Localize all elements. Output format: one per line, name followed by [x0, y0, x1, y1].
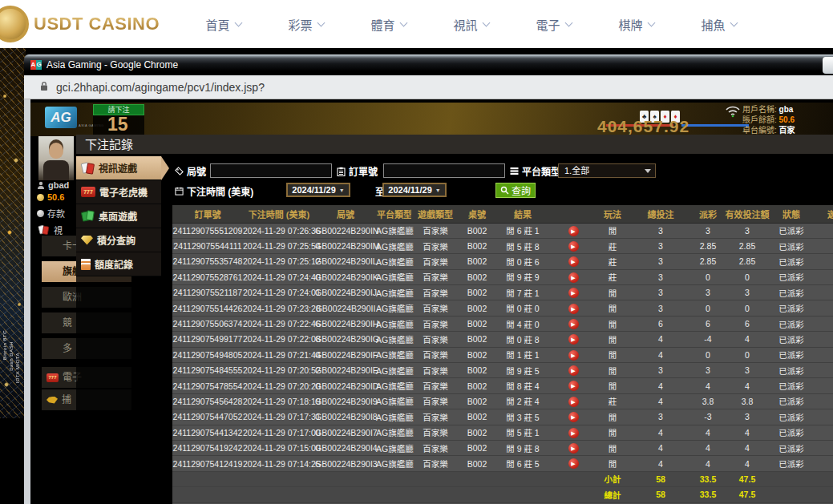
- cell-time: 2024-11-29 07:23:28: [243, 300, 315, 316]
- cell-total-bet: 3: [629, 300, 692, 316]
- nav-item-2[interactable]: 體育: [347, 16, 430, 33]
- window-titlebar[interactable]: AG Asia Gaming - Google Chrome: [24, 54, 833, 75]
- replay-button[interactable]: ▶: [568, 334, 579, 345]
- cell-result: 閒 0 莊 0: [495, 300, 551, 316]
- table-row: 2411290755287612024-11-29 07:24:40GB0022…: [172, 269, 833, 284]
- replay-button[interactable]: ▶: [568, 443, 579, 454]
- modal-menu-item-3[interactable]: 積分查詢: [76, 228, 161, 252]
- cell-platform: AG旗艦廳: [376, 456, 411, 471]
- cell-platform: AG旗艦廳: [376, 363, 411, 378]
- search-button[interactable]: 查詢: [495, 183, 536, 198]
- table-row: 2411290755063742024-11-29 07:22:46GB0022…: [172, 316, 833, 331]
- money-icon: [37, 194, 44, 201]
- table-row: 2411290754991772024-11-29 07:22:08GB0022…: [172, 332, 833, 347]
- modal-menu-item-4[interactable]: 額度記錄: [76, 252, 161, 276]
- lobby-video-item[interactable]: 視: [37, 224, 63, 236]
- nav-item-6[interactable]: 捕魚: [677, 16, 760, 33]
- browser-content: AG ASIA GAMING 請下注 15 ♣♠♦♦ 404,657.92 用戶…: [24, 99, 833, 504]
- cell-platform: AG旗艦廳: [376, 316, 411, 331]
- cell-total-bet: 4: [629, 456, 692, 471]
- cell-round: GB00224B290IL: [315, 254, 376, 269]
- replay-button[interactable]: ▶: [568, 412, 579, 422]
- table-row: 2411290754785542024-11-29 07:20:20GB0022…: [172, 378, 833, 393]
- cell-replay: ▶: [551, 223, 596, 238]
- subtotal-payout: 33.5: [692, 471, 724, 486]
- nav-item-3[interactable]: 視訊: [430, 16, 512, 33]
- cell-payout: 3: [692, 363, 724, 378]
- cell-game-type: 百家樂: [411, 456, 459, 471]
- cell-play: 閒: [596, 300, 629, 316]
- cell-game: [812, 332, 833, 347]
- cell-result: 閒 5 莊 8: [495, 238, 551, 253]
- cell-total-bet: 3: [629, 269, 692, 284]
- modal-menu-item-0[interactable]: 視訊遊戲: [76, 156, 161, 180]
- table-row: 2411290754192422024-11-29 07:15:00GB0022…: [172, 440, 833, 455]
- cell-table-no: B002: [459, 316, 495, 331]
- cell-round: GB00224B290IN: [315, 223, 376, 238]
- cell-platform: AG旗艦廳: [376, 269, 411, 284]
- nav-item-4[interactable]: 電子: [512, 16, 595, 33]
- replay-button[interactable]: ▶: [568, 365, 579, 376]
- cell-status: 已派彩: [770, 363, 812, 378]
- deposit-button[interactable]: 存款: [37, 207, 65, 220]
- popup-window: AG Asia Gaming - Google Chrome gci.2hhap…: [24, 54, 833, 504]
- cell-total-bet: 3: [629, 254, 692, 269]
- cell-table-no: B002: [459, 223, 495, 238]
- logo-coin-icon: [0, 6, 29, 42]
- nav-item-1[interactable]: 彩票: [265, 16, 347, 33]
- replay-button[interactable]: ▶: [568, 428, 579, 438]
- replay-button[interactable]: ▶: [568, 272, 579, 283]
- cell-result: 閒 0 莊 8: [495, 332, 551, 347]
- address-bar[interactable]: gci.2hhapi.com/agingame/pcv1/index.jsp?: [24, 75, 833, 99]
- cell-valid-bet: 3: [724, 409, 770, 425]
- cell-replay: ▶: [551, 409, 596, 425]
- platform-select[interactable]: 1.全部: [558, 163, 656, 178]
- replay-button[interactable]: ▶: [568, 288, 579, 298]
- modal-menu-item-2[interactable]: 桌面遊戲: [76, 204, 161, 228]
- cell-game-type: 百家樂: [411, 300, 459, 316]
- cell-table-no: B002: [459, 285, 495, 300]
- replay-button[interactable]: ▶: [568, 350, 579, 361]
- cell-valid-bet: 0: [724, 347, 770, 362]
- replay-button[interactable]: ▶: [568, 256, 579, 267]
- cell-replay: ▶: [551, 440, 596, 455]
- date-from-select[interactable]: 2024/11/29▼: [286, 183, 350, 197]
- main-nav: 首頁彩票體育視訊電子棋牌捕魚: [182, 16, 760, 33]
- bet-records-area: 訂單號下注時間 (美東)局號平台類型遊戲類型桌號結果玩法總投注派彩有效投注額狀態…: [172, 205, 833, 504]
- cell-platform: AG旗艦廳: [376, 285, 411, 300]
- cell-status: 已派彩: [770, 285, 812, 300]
- nav-item-0[interactable]: 首頁: [182, 16, 265, 33]
- tag-icon: [175, 167, 184, 175]
- cell-platform: AG旗艦廳: [376, 254, 411, 269]
- cell-status: 已派彩: [770, 254, 812, 269]
- nav-item-5[interactable]: 棋牌: [595, 16, 677, 33]
- replay-button[interactable]: ▶: [568, 397, 579, 407]
- column-header: 下注時間 (美東): [243, 205, 315, 223]
- modal-titlebar: 下注記錄: [76, 135, 833, 155]
- replay-button[interactable]: ▶: [568, 226, 579, 236]
- cell-game: [812, 456, 833, 471]
- cell-order: 241129075535748: [172, 254, 243, 269]
- cell-payout: 0: [692, 347, 724, 362]
- cell-round: GB00224B290I7: [315, 425, 376, 440]
- modal-menu-item-1[interactable]: 777電子老虎機: [76, 180, 161, 204]
- replay-button[interactable]: ▶: [568, 319, 579, 329]
- cell-round: GB00224B290IH: [315, 316, 376, 331]
- document-icon: [81, 259, 91, 270]
- replay-button[interactable]: ▶: [568, 241, 579, 252]
- round-input[interactable]: [210, 163, 332, 178]
- replay-button[interactable]: ▶: [568, 381, 579, 391]
- replay-button[interactable]: ▶: [568, 304, 579, 314]
- cell-table-no: B002: [459, 347, 495, 362]
- date-to-select[interactable]: 2024/11/29▼: [382, 183, 447, 197]
- cell-platform: AG旗艦廳: [376, 440, 411, 455]
- slot-777-icon: 777: [81, 187, 95, 197]
- cell-valid-bet: 3: [724, 223, 770, 238]
- close-button[interactable]: [823, 57, 833, 74]
- cell-payout: 4: [692, 425, 724, 440]
- chevron-down-icon: [730, 18, 738, 26]
- replay-button[interactable]: ▶: [568, 458, 579, 469]
- order-input[interactable]: [383, 163, 505, 178]
- cell-game-type: 百家樂: [411, 393, 459, 409]
- logo-text: USDT CASINO: [34, 14, 160, 34]
